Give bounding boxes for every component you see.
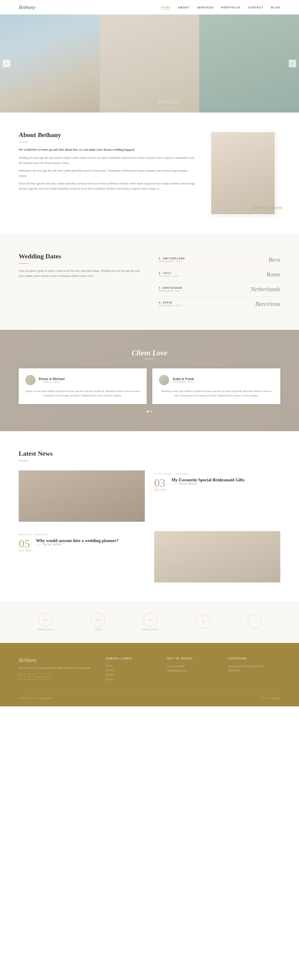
about-text: About Bethany We would love to meet up a… <box>19 131 196 194</box>
footer-location-col: Location Broadway 5 St Norman New York 9… <box>229 657 280 682</box>
news-divider <box>19 461 28 461</box>
social-twitter[interactable]: Y <box>27 674 33 680</box>
footer-link-portfolio[interactable]: Portfolio <box>106 673 158 676</box>
social-facebook[interactable]: f <box>19 674 25 680</box>
news-image-1 <box>19 470 145 522</box>
news-read-more-1[interactable]: READ MORE <box>171 482 245 485</box>
logo-4: ✿ <box>196 615 210 630</box>
logo[interactable]: Bethany <box>19 4 35 10</box>
footer-social: f Y in P <box>19 674 96 680</box>
date-item-3: 3. AMSTERDAM NOVEMBER / 2022 Netherlands <box>159 282 280 297</box>
date-location-4: SPAIN <box>163 301 172 304</box>
hero-next-button[interactable]: › <box>289 60 296 67</box>
news-date-num-2: 05 <box>19 538 31 549</box>
nav-home[interactable]: HOME <box>161 6 171 10</box>
date-num-3: 3. <box>159 287 161 289</box>
testimonial-1: Eloise & Michael APRIL / 2021 Quality eu… <box>19 368 147 404</box>
nav-blog[interactable]: BLOG <box>271 6 280 9</box>
avatar-2 <box>159 375 169 385</box>
date-num-4: 4. <box>159 301 161 304</box>
news-title-1: My Favourite Special Bridesmaid Gifts <box>171 477 245 482</box>
dates-right: 1. SWITZERLAND SEPTEMBER / 2022 Bern 2. … <box>159 253 280 311</box>
footer-logo: Bethany <box>19 657 96 663</box>
news-date-month-2: DEC 2021 <box>19 549 31 552</box>
news-title: Latest News <box>19 450 280 457</box>
footer-location-heading: Location <box>229 657 280 660</box>
dates-description: Your at-a-glance guide to where I stand … <box>19 269 140 278</box>
news-read-more-2[interactable]: READ MORE <box>36 543 118 546</box>
news-section: Latest News BY BETHANY / WEDDING 03 DEC … <box>0 431 299 601</box>
client-divider <box>145 359 154 359</box>
footer: Bethany We believe that it is all about … <box>0 643 299 706</box>
about-image: Bethany Denn <box>210 131 280 215</box>
about-section: About Bethany We would love to meet up a… <box>0 113 299 234</box>
footer-brand: Bethany We believe that it is all about … <box>19 657 96 682</box>
about-title: About Bethany <box>19 131 196 138</box>
dates-section: Wedding Dates Your at-a-glance guide to … <box>0 234 299 330</box>
dates-title: Wedding Dates <box>19 253 140 260</box>
news-item-2-text: BETHANY / WEDDING 05 DEC 2021 Why would … <box>19 531 145 582</box>
testimonials: Eloise & Michael APRIL / 2021 Quality eu… <box>19 368 280 404</box>
testimonial-body-2: Wedding eu nurc nibe enduim in finibus e… <box>159 389 274 398</box>
about-photo <box>210 131 276 215</box>
logo-3: HA Helen Andrew <box>142 613 158 631</box>
news-item-2-image <box>154 531 280 582</box>
social-pinterest[interactable]: P <box>44 674 50 680</box>
dates-divider <box>19 263 28 264</box>
date-location-3: AMSTERDAM <box>163 287 182 289</box>
footer-terms[interactable]: Terms & Conditions <box>261 697 280 699</box>
hero-section: ‹ › Services <box>0 14 299 113</box>
about-p1: Wedding elit miss eget the soln missen c… <box>19 156 196 165</box>
dates-left: Wedding Dates Your at-a-glance guide to … <box>19 253 140 278</box>
footer-link-faqs[interactable]: F.A.Qs <box>106 678 158 681</box>
footer-link-services[interactable]: Services <box>106 668 158 671</box>
footer-contact-heading: Get in touch <box>167 657 219 660</box>
nav-portfolio[interactable]: PORTFOLIO <box>221 6 240 9</box>
hero-images <box>0 14 299 113</box>
date-item-1: 1. SWITZERLAND SEPTEMBER / 2022 Bern <box>159 253 280 267</box>
footer-copyright: © 2021, Bethany. All right reserved <box>19 697 52 699</box>
nav-about[interactable]: ABOUT <box>178 6 190 9</box>
news-item-1-image <box>19 470 145 522</box>
social-instagram[interactable]: in <box>35 674 42 680</box>
footer-grid: Bethany We believe that it is all about … <box>19 657 280 682</box>
date-when-1: SEPTEMBER / 2022 <box>159 260 185 262</box>
logo-5: ♡ <box>248 615 262 630</box>
hero-image-2 <box>100 14 200 113</box>
dot-2[interactable] <box>150 410 152 412</box>
footer-email[interactable]: info@bethany.com <box>167 668 219 673</box>
date-item-2: 2. ITALY OCTOBER / 2022 Rome <box>159 267 280 282</box>
date-when-2: OCTOBER / 2022 <box>159 275 179 277</box>
date-when-3: NOVEMBER / 2022 <box>159 290 182 292</box>
date-location-1: SWITZERLAND <box>163 257 185 260</box>
footer-tagline: We believe that it is all about the BIG … <box>19 666 96 670</box>
news-category-2: BETHANY / WEDDING <box>19 533 145 536</box>
footer-contact-col: Get in touch +1 223 444 0020 info@bethan… <box>167 657 219 682</box>
about-signature: Bethany Denn <box>253 205 283 210</box>
date-when-4: DECEMBER / 2022 <box>159 304 181 307</box>
news-date-month-1: DEC 2021 <box>154 488 167 491</box>
footer-phone: +1 223 444 0020 <box>167 664 219 668</box>
testimonial-body-1: Quality eu nurc nibe enduim in finibus e… <box>25 389 140 398</box>
footer-links-heading: Useful Links <box>106 657 158 660</box>
dot-1[interactable] <box>147 410 149 412</box>
date-num-1: 1. <box>159 257 161 260</box>
footer-bottom: © 2021, Bethany. All right reserved Term… <box>19 692 280 699</box>
avatar-1 <box>25 375 35 385</box>
date-num-2: 2. <box>159 272 161 275</box>
footer-links-col: Useful Links About Services Portfolio F.… <box>106 657 158 682</box>
about-lead: We would love to meet up and chat about … <box>19 147 196 152</box>
footer-link-about[interactable]: About <box>106 664 158 667</box>
hero-prev-button[interactable]: ‹ <box>3 60 10 67</box>
nav-services[interactable]: SERVICES <box>197 6 214 9</box>
footer-address: Broadway 5 St Norman New York 98450 USA <box>229 664 280 673</box>
about-divider <box>19 142 28 142</box>
nav-links: HOME ABOUT SERVICES PORTFOLIO CONTACT BL… <box>161 5 280 10</box>
date-cursive-1: Bern <box>269 256 280 263</box>
hero-services-label: Services <box>158 98 179 105</box>
date-cursive-3: Netherlands <box>251 286 280 293</box>
testimonial-date-1: APRIL / 2021 <box>39 381 64 383</box>
logo-2: A&M A & M <box>91 613 105 631</box>
nav-contact[interactable]: CONTACT <box>248 6 264 9</box>
hero-image-1 <box>0 14 100 113</box>
